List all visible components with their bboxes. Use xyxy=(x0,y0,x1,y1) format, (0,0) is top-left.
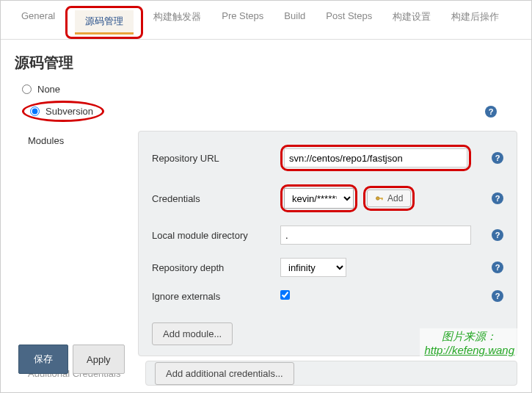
repo-url-label: Repository URL xyxy=(152,153,280,164)
tab-scm[interactable]: 源码管理 xyxy=(75,10,134,35)
depth-select[interactable]: infinity xyxy=(280,258,346,277)
scm-none-label: None xyxy=(37,84,60,95)
highlight-repo-url xyxy=(280,145,471,171)
add-btn-label: Add xyxy=(387,193,403,203)
local-dir-input[interactable] xyxy=(280,226,471,245)
depth-label: Repository depth xyxy=(152,262,280,273)
help-icon[interactable]: ? xyxy=(492,229,503,241)
credentials-label: Credentials xyxy=(152,193,280,204)
highlight-add-btn: Add xyxy=(363,186,415,211)
row-depth: Repository depth infinity ? xyxy=(152,258,503,277)
addl-cred-panel: Add additional credentials... xyxy=(145,361,517,386)
help-icon[interactable]: ? xyxy=(492,152,503,164)
tab-presteps[interactable]: Pre Steps xyxy=(211,6,274,39)
scm-svn-label: Subversion xyxy=(45,106,93,117)
modules-label: Modules xyxy=(28,131,138,356)
row-local-dir: Local module directory ? xyxy=(152,226,503,245)
add-module-button[interactable]: Add module... xyxy=(152,322,233,345)
tab-poststeps[interactable]: Post Steps xyxy=(316,6,382,39)
add-credentials-button[interactable]: Add xyxy=(367,190,411,207)
local-dir-label: Local module directory xyxy=(152,230,280,241)
help-icon[interactable]: ? xyxy=(485,106,497,118)
add-addl-cred-button[interactable]: Add additional credentials... xyxy=(155,362,294,385)
key-icon xyxy=(375,194,384,203)
credentials-select[interactable]: kevin/****** xyxy=(284,188,354,209)
ignore-ext-checkbox[interactable] xyxy=(280,290,290,300)
row-repo-url: Repository URL ? xyxy=(152,145,503,171)
section-title: 源码管理 xyxy=(15,53,517,73)
scm-none-row: None xyxy=(22,84,510,95)
apply-button[interactable]: Apply xyxy=(73,345,125,374)
tab-postactions[interactable]: 构建后操作 xyxy=(441,6,509,39)
highlight-subversion: Subversion xyxy=(22,101,104,122)
help-icon[interactable]: ? xyxy=(492,290,503,302)
row-ignore-ext: Ignore externals ? xyxy=(152,290,503,302)
ignore-ext-label: Ignore externals xyxy=(152,291,280,302)
tab-buildsettings[interactable]: 构建设置 xyxy=(382,6,441,39)
help-icon[interactable]: ? xyxy=(492,262,503,273)
watermark-link[interactable]: http://kefeng.wang xyxy=(424,344,514,356)
tab-build[interactable]: Build xyxy=(274,6,316,39)
modules-panel: Repository URL ? Credentials kevin/*****… xyxy=(138,131,517,356)
repo-url-input[interactable] xyxy=(284,148,467,167)
scm-svn-row: Subversion ? xyxy=(22,101,510,122)
watermark: 图片来源： http://kefeng.wang xyxy=(420,328,519,358)
save-button[interactable]: 保存 xyxy=(18,345,68,374)
tab-triggers[interactable]: 构建触发器 xyxy=(143,6,211,39)
watermark-line1: 图片来源： xyxy=(424,330,514,344)
highlight-credentials: kevin/****** xyxy=(280,184,357,212)
footer-buttons: 保存 Apply xyxy=(18,345,125,374)
help-icon[interactable]: ? xyxy=(492,192,503,204)
row-credentials: Credentials kevin/****** Add ? xyxy=(152,184,503,212)
highlight-tab: 源码管理 xyxy=(65,6,143,39)
scm-svn-radio[interactable] xyxy=(30,107,40,116)
row-strategy: Check-out Strategy Use 'svn update' as m… xyxy=(28,390,517,393)
modules-section: Modules Repository URL ? Credentials kev… xyxy=(28,131,517,356)
tabs-bar: General 源码管理 构建触发器 Pre Steps Build Post … xyxy=(0,0,532,40)
svg-rect-2 xyxy=(382,198,383,200)
scm-none-radio[interactable] xyxy=(22,84,32,94)
tab-general[interactable]: General xyxy=(11,6,65,39)
